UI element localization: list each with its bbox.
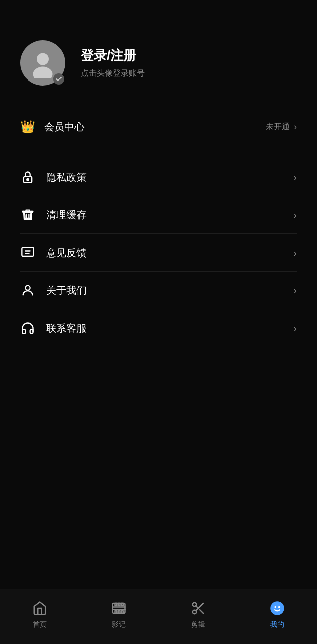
avatar-badge-icon	[53, 73, 64, 85]
menu-item-feedback[interactable]: 意见反馈 ›	[0, 234, 317, 271]
smiley-icon	[268, 599, 286, 617]
vip-row[interactable]: 👑 会员中心 未开通 ›	[20, 111, 297, 143]
svg-point-0	[37, 53, 49, 65]
svg-point-3	[27, 179, 29, 181]
menu-label-privacy: 隐私政策	[46, 171, 87, 184]
chevron-about-icon: ›	[293, 285, 297, 296]
svg-line-22	[200, 610, 203, 613]
menu-label-support: 联系客服	[46, 321, 87, 335]
vip-left: 👑 会员中心	[20, 120, 85, 134]
profile-info: 登录/注册 点击头像登录账号	[81, 47, 145, 79]
nav-item-yingji[interactable]: 影记	[99, 599, 139, 629]
headset-icon	[20, 320, 35, 336]
menu-label-about: 关于我们	[46, 284, 87, 297]
svg-point-9	[25, 286, 30, 290]
avatar-wrapper[interactable]	[20, 40, 65, 86]
profile-section[interactable]: 登录/注册 点击头像登录账号	[0, 0, 317, 106]
menu-item-cache[interactable]: 清理缓存 ›	[0, 196, 317, 233]
nav-label-home: 首页	[33, 620, 47, 629]
vip-label: 会员中心	[44, 120, 85, 134]
menu-list: 隐私政策 ›	[0, 158, 317, 347]
menu-item-about[interactable]: 关于我们 ›	[0, 272, 317, 309]
svg-rect-12	[118, 603, 120, 606]
page-container: 登录/注册 点击头像登录账号 👑 会员中心 未开通 ›	[0, 0, 317, 644]
menu-left-feedback: 意见反馈	[20, 245, 87, 260]
vip-chevron-icon: ›	[294, 122, 297, 132]
menu-label-cache: 清理缓存	[46, 208, 87, 222]
svg-rect-16	[121, 611, 123, 613]
menu-label-feedback: 意见反馈	[46, 246, 87, 260]
svg-line-23	[196, 606, 198, 608]
svg-rect-14	[115, 611, 117, 613]
profile-login-title: 登录/注册	[81, 47, 145, 64]
vip-right: 未开通 ›	[266, 122, 297, 132]
menu-left-cache: 清理缓存	[20, 207, 87, 222]
svg-rect-11	[115, 603, 117, 606]
spacer	[0, 347, 317, 589]
svg-point-26	[278, 606, 280, 608]
svg-point-24	[271, 601, 285, 615]
vip-section[interactable]: 👑 会员中心 未开通 ›	[0, 111, 317, 143]
film-icon	[110, 599, 128, 617]
chevron-privacy-icon: ›	[293, 172, 297, 183]
svg-point-1	[33, 67, 53, 78]
svg-point-25	[275, 606, 277, 608]
nav-item-home[interactable]: 首页	[20, 599, 60, 629]
nav-item-mine[interactable]: 我的	[257, 599, 297, 629]
bottom-nav: 首页 影记	[0, 589, 317, 644]
lock-icon	[20, 170, 35, 185]
menu-left-privacy: 隐私政策	[20, 170, 87, 185]
home-icon	[31, 599, 49, 617]
menu-left-support: 联系客服	[20, 320, 87, 336]
nav-label-yingji: 影记	[112, 620, 126, 629]
chevron-cache-icon: ›	[293, 209, 297, 221]
trash-icon	[20, 207, 35, 222]
svg-rect-6	[22, 248, 33, 257]
vip-status: 未开通	[266, 122, 290, 132]
crown-icon: 👑	[20, 120, 35, 134]
nav-label-edit: 剪辑	[191, 620, 205, 629]
person-icon	[20, 283, 35, 298]
menu-left-about: 关于我们	[20, 283, 87, 298]
svg-rect-13	[121, 603, 123, 606]
chevron-feedback-icon: ›	[293, 247, 297, 259]
chevron-support-icon: ›	[293, 323, 297, 334]
scissors-icon	[189, 599, 207, 617]
menu-item-support[interactable]: 联系客服 ›	[0, 309, 317, 347]
profile-login-subtitle: 点击头像登录账号	[81, 68, 145, 79]
svg-rect-15	[118, 611, 120, 613]
chat-icon	[20, 245, 35, 260]
nav-label-mine: 我的	[270, 620, 284, 629]
nav-item-edit[interactable]: 剪辑	[178, 599, 218, 629]
menu-item-privacy[interactable]: 隐私政策 ›	[0, 158, 317, 196]
